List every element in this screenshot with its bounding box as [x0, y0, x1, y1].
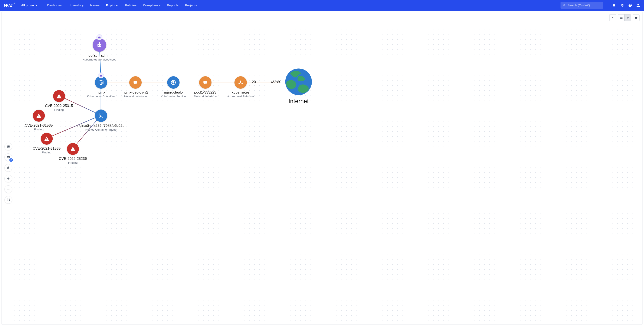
svg-rect-11	[204, 83, 205, 84]
node-title: default-admin	[88, 54, 110, 58]
globe-icon	[285, 68, 312, 96]
crown-icon	[96, 34, 102, 40]
svg-point-18	[100, 115, 101, 116]
nic-icon	[199, 76, 212, 89]
node-subtitle: Kubernetes Service	[161, 95, 186, 98]
node-kubernetes-lb[interactable]: kubernetesAzure Load Balancer	[227, 76, 254, 98]
nav-link-reports[interactable]: Reports	[167, 4, 179, 7]
node-subtitle: Network Interface	[194, 95, 216, 98]
node-subtitle: Hosted Container Image	[86, 128, 116, 131]
node-subtitle: Finding	[68, 161, 78, 164]
svg-point-4	[99, 42, 100, 43]
projects-switcher[interactable]: All projects	[21, 4, 41, 7]
nic-icon	[129, 76, 142, 89]
warn-icon	[33, 110, 45, 122]
node-cve-d[interactable]: CVE-2022-25236Finding	[59, 143, 87, 164]
node-nginx-image[interactable]: nginx@sha256:f7988fb6c02eHosted Containe…	[77, 110, 124, 131]
node-pool1[interactable]: pool1-333223Network Interface	[194, 76, 216, 98]
node-cve-b[interactable]: CVE-2021-31535Finding	[25, 110, 52, 131]
svg-rect-1	[98, 44, 101, 47]
nav-link-dashboard[interactable]: Dashboard	[47, 4, 64, 7]
top-nav: WIZ ✦ All projects DashboardInventoryIss…	[0, 0, 644, 11]
chevron-down-icon	[39, 4, 41, 7]
svg-rect-6	[134, 83, 135, 84]
node-default-admin[interactable]: default-adminKubernetes Service Accou	[83, 38, 116, 61]
internet-label: Internet	[285, 98, 312, 105]
nav-link-projects[interactable]: Projects	[185, 4, 197, 7]
svg-rect-7	[135, 83, 136, 84]
svg-rect-13	[206, 83, 206, 84]
node-subtitle: Finding	[54, 108, 64, 111]
bell-icon[interactable]	[612, 4, 616, 7]
node-cve-a[interactable]: CVE-2022-25315Finding	[45, 90, 73, 111]
help-icon[interactable]	[628, 4, 632, 7]
node-internet[interactable]: Internet	[285, 68, 312, 105]
k8s-icon	[167, 76, 180, 89]
node-title: nginx	[97, 90, 106, 95]
node-nginx-container[interactable]: nginxKubernetes Container	[87, 76, 115, 98]
top-right-icons	[612, 4, 640, 7]
warn-icon	[53, 90, 65, 102]
graph: Internet 20 /32:80 default-adminKubernet…	[2, 11, 642, 324]
nav-link-inventory[interactable]: Inventory	[70, 4, 84, 7]
lb-icon	[234, 76, 247, 89]
node-title: nginx-deplo	[164, 90, 183, 95]
node-title: CVE-2021-31535	[25, 123, 52, 128]
warn-icon	[41, 133, 52, 145]
projects-switcher-label: All projects	[21, 4, 37, 7]
node-subtitle: Kubernetes Service Accou	[83, 58, 116, 61]
image-icon	[95, 110, 107, 122]
node-subtitle: Kubernetes Container	[87, 95, 115, 98]
search-icon	[563, 4, 566, 7]
node-title: CVE-2021-31535	[32, 146, 60, 151]
nav-link-issues[interactable]: Issues	[90, 4, 100, 7]
node-title: kubernetes	[232, 90, 250, 95]
node-cve-c[interactable]: CVE-2021-31535Finding	[32, 133, 60, 154]
svg-point-3	[100, 45, 101, 46]
svg-point-2	[98, 45, 99, 46]
port-label-3280: /32:80	[271, 80, 281, 84]
node-subtitle: Finding	[42, 151, 51, 154]
node-title: CVE-2022-25236	[59, 157, 87, 161]
nav-link-explorer[interactable]: Explorer	[106, 4, 118, 7]
nav-links: DashboardInventoryIssuesExplorerPolicies…	[47, 4, 197, 7]
nav-link-compliance[interactable]: Compliance	[143, 4, 160, 7]
node-subtitle: Network Interface	[124, 95, 147, 98]
brand-plus-icon: ✦	[13, 2, 15, 5]
gear-icon[interactable]	[620, 4, 624, 7]
node-nginx-deplo-svc[interactable]: nginx-deploKubernetes Service	[161, 76, 186, 98]
graph-canvas[interactable]: 2 Internet 20 /32:80	[1, 11, 643, 325]
robot-icon	[93, 38, 106, 52]
node-title: pool1-333223	[194, 90, 216, 95]
node-subtitle: Finding	[34, 128, 44, 131]
node-title: nginx-deploy-v2	[123, 90, 148, 95]
search-placeholder: Search (Cmd+K)	[568, 4, 590, 7]
brand-text: WIZ	[4, 3, 13, 8]
node-title: nginx@sha256:f7988fb6c02e	[77, 124, 124, 128]
node-subtitle: Azure Load Balancer	[227, 95, 254, 98]
brand-logo: WIZ ✦	[4, 3, 15, 8]
node-nginx-deploy-v2[interactable]: nginx-deploy-v2Network Interface	[123, 76, 148, 98]
crown-icon	[98, 73, 104, 78]
svg-rect-8	[136, 83, 136, 84]
node-title: CVE-2022-25315	[45, 104, 73, 108]
nav-link-policies[interactable]: Policies	[125, 4, 137, 7]
svg-rect-12	[205, 83, 206, 84]
global-search[interactable]: Search (Cmd+K)	[560, 2, 603, 9]
cube-icon	[95, 76, 107, 89]
warn-icon	[67, 143, 79, 155]
user-icon[interactable]	[636, 4, 640, 7]
svg-point-14	[240, 81, 241, 82]
